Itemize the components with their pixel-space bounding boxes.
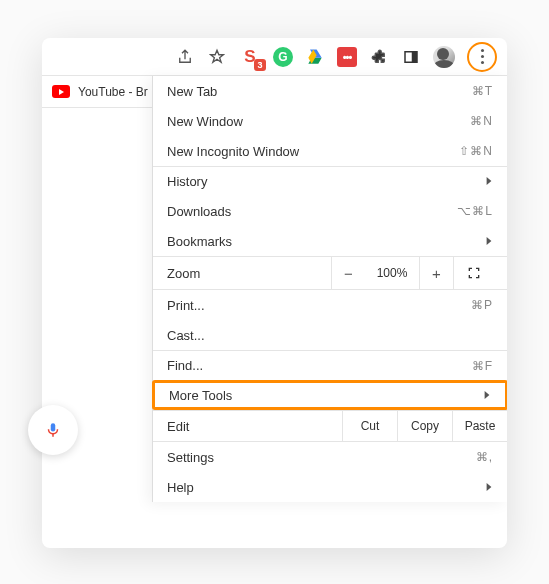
kebab-dot-icon [481,61,484,64]
voice-search-button[interactable] [28,405,78,455]
menu-item-edit: Edit Cut Copy Paste [153,410,507,442]
shortcut: ⌘F [472,359,493,373]
shortcut: ⌥⌘L [457,204,493,218]
edit-cut-button[interactable]: Cut [342,411,397,441]
reader-panel-icon[interactable] [401,47,421,67]
google-drive-icon[interactable] [305,47,325,67]
browser-window: S 3 G ••• YouTube - Br New Tab ⌘T New [42,38,507,548]
submenu-arrow-icon [485,234,493,249]
zoom-controls: − 100% + [331,256,493,290]
lastpass-icon[interactable]: ••• [337,47,357,67]
zoom-value: 100% [365,266,419,280]
extensions-puzzle-icon[interactable] [369,47,389,67]
menu-label: More Tools [169,388,232,403]
youtube-favicon-icon [52,85,70,98]
menu-item-cast[interactable]: Cast... [153,320,507,350]
menu-item-history[interactable]: History [153,166,507,196]
shortcut: ⌘N [470,114,493,128]
menu-label: Help [167,480,194,495]
menu-item-new-window[interactable]: New Window ⌘N [153,106,507,136]
menu-label: Find... [167,358,203,373]
bookmark-star-icon[interactable] [207,47,227,67]
kebab-dot-icon [481,55,484,58]
browser-toolbar: S 3 G ••• [42,38,507,76]
svg-rect-1 [412,51,417,62]
shortcut: ⌘P [471,298,493,312]
shortcut: ⌘T [472,84,493,98]
menu-label: New Tab [167,84,217,99]
tab-title[interactable]: YouTube - Br [78,85,148,99]
chrome-menu-button[interactable] [467,42,497,72]
submenu-arrow-icon [483,388,491,403]
shortcut: ⇧⌘N [459,144,493,158]
menu-label: New Incognito Window [167,144,299,159]
menu-item-help[interactable]: Help [153,472,507,502]
edit-paste-button[interactable]: Paste [452,411,507,441]
menu-item-settings[interactable]: Settings ⌘, [153,442,507,472]
menu-label: Cast... [167,328,205,343]
menu-label: Print... [167,298,205,313]
kebab-dot-icon [481,49,484,52]
extension-s-badge: 3 [254,59,266,71]
microphone-icon [44,419,62,441]
profile-avatar-icon[interactable] [433,46,455,68]
menu-item-zoom: Zoom − 100% + [153,256,507,290]
shortcut: ⌘, [476,450,493,464]
share-icon[interactable] [175,47,195,67]
menu-label: Settings [167,450,214,465]
menu-item-downloads[interactable]: Downloads ⌥⌘L [153,196,507,226]
submenu-arrow-icon [485,174,493,189]
menu-item-find[interactable]: Find... ⌘F [153,350,507,380]
menu-item-print[interactable]: Print... ⌘P [153,290,507,320]
extension-s-icon[interactable]: S 3 [239,46,261,68]
menu-item-new-tab[interactable]: New Tab ⌘T [153,76,507,106]
menu-item-bookmarks[interactable]: Bookmarks [153,226,507,256]
zoom-in-button[interactable]: + [419,256,453,290]
menu-item-more-tools[interactable]: More Tools [152,380,507,410]
edit-copy-button[interactable]: Copy [397,411,452,441]
menu-label: History [167,174,207,189]
fullscreen-button[interactable] [453,256,493,290]
chrome-main-menu: New Tab ⌘T New Window ⌘N New Incognito W… [152,76,507,502]
menu-label: Edit [153,411,342,441]
menu-item-new-incognito[interactable]: New Incognito Window ⇧⌘N [153,136,507,166]
submenu-arrow-icon [485,480,493,495]
grammarly-icon[interactable]: G [273,47,293,67]
zoom-out-button[interactable]: − [331,256,365,290]
fullscreen-icon [466,265,482,281]
menu-label: Bookmarks [167,234,232,249]
menu-label: New Window [167,114,243,129]
menu-label: Zoom [167,266,200,281]
menu-label: Downloads [167,204,231,219]
